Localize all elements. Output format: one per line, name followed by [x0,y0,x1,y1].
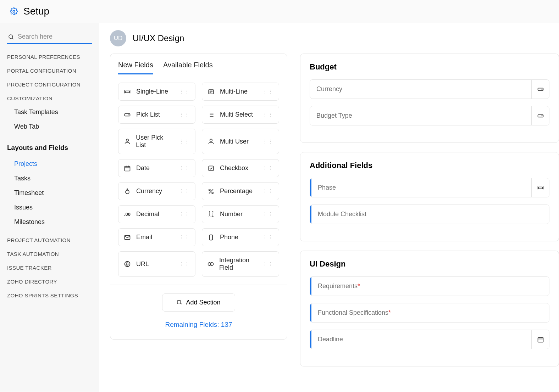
gear-icon [10,7,18,15]
field-tile-label: Phone [220,234,238,241]
field-tile-decimal[interactable]: .00 Decimal ⋮⋮ [118,205,195,223]
tab-new-fields[interactable]: New Fields [118,61,153,74]
drag-handle-icon[interactable]: ⋮⋮ [179,140,190,143]
topbar: Setup [0,0,559,23]
sidebar-group[interactable]: ZOHO DIRECTORY [7,279,92,285]
layout-field[interactable]: Deadline [310,330,549,349]
avatar: UD [110,30,126,46]
layout-field[interactable]: Requirements* [310,276,549,296]
sidebar-group[interactable]: PORTAL CONFIGURATION [7,68,92,74]
field-tile-checkbox[interactable]: Checkbox ⋮⋮ [202,159,279,177]
picklist-icon [531,80,549,99]
section-additional-fields: Additional Fields Phase Module Checklist [300,152,559,241]
sidebar-item-issues[interactable]: Issues [7,200,92,215]
percent-icon [207,188,215,195]
drag-handle-icon[interactable]: ⋮⋮ [179,236,190,239]
layout-field[interactable]: Phase [310,178,549,197]
field-tile-email[interactable]: Email ⋮⋮ [118,228,195,246]
sidebar-subheading-layouts[interactable]: Layouts and Fields [7,144,92,152]
svg-point-9 [126,190,129,194]
sidebar-item-web-tab[interactable]: Web Tab [7,119,92,134]
field-tile-multi-line[interactable]: Multi-Line ⋮⋮ [202,83,279,101]
layout-title: UI/UX Design [133,33,184,43]
sidebar-group[interactable]: PERSONAL PREFERENCES [7,54,92,60]
drag-handle-icon[interactable]: ⋮⋮ [179,167,190,169]
sidebar-item-projects[interactable]: Projects [7,157,92,171]
user-icon [207,138,215,145]
drag-handle-icon[interactable]: ⋮⋮ [179,213,190,215]
drag-handle-icon[interactable]: ⋮⋮ [262,140,274,143]
drag-handle-icon[interactable]: ⋮⋮ [262,213,274,215]
svg-point-6 [210,139,212,141]
layout-field[interactable]: Budget Type [310,106,549,125]
url-icon [123,261,131,268]
date-icon [531,330,549,349]
field-tile-label: Multi-Line [220,88,248,95]
singleline-icon [123,88,131,95]
sidebar-group[interactable]: PROJECT CONFIGURATION [7,82,92,88]
field-tile-pick-list[interactable]: Pick List ⋮⋮ [118,106,195,124]
field-tile-label: Number [220,211,243,218]
field-tile-integration-field[interactable]: Integration Field ⋮⋮ [202,251,279,277]
page-title: Setup [23,6,49,17]
section-title: Additional Fields [310,161,549,170]
field-tile-label: Percentage [220,187,253,195]
layout-field-label: Currency [310,80,531,99]
svg-rect-2 [125,91,129,93]
search-input[interactable] [18,33,91,40]
sidebar-group[interactable]: TASK AUTOMATION [7,251,92,257]
field-tile-currency[interactable]: Currency ⋮⋮ [118,182,195,200]
field-tile-number[interactable]: 1 23 4 Number ⋮⋮ [202,205,279,223]
field-tile-label: Multi Select [220,111,253,118]
field-tile-multi-select[interactable]: Multi Select ⋮⋮ [202,106,279,124]
sidebar: PERSONAL PREFERENCES PORTAL CONFIGURATIO… [0,23,99,392]
svg-rect-7 [125,166,130,171]
layout-field-label: Phase [311,178,531,197]
layout-field[interactable]: Module Checklist [310,205,549,224]
email-icon [123,234,131,241]
field-tile-multi-user[interactable]: Multi User ⋮⋮ [202,129,279,154]
field-tile-url[interactable]: URL ⋮⋮ [118,251,195,277]
layout-field-label: Budget Type [310,106,531,125]
drag-handle-icon[interactable]: ⋮⋮ [262,113,274,116]
sidebar-item-task-templates[interactable]: Task Templates [7,105,92,119]
integration-icon [207,261,214,268]
field-tile-label: Currency [136,187,162,195]
drag-handle-icon[interactable]: ⋮⋮ [262,167,274,169]
drag-handle-icon[interactable]: ⋮⋮ [179,190,190,192]
main: UD UI/UX Design New Fields Available Fie… [99,23,559,392]
remaining-fields: Remaining Fields: 137 [118,321,279,329]
drag-handle-icon[interactable]: ⋮⋮ [262,236,274,239]
field-tile-percentage[interactable]: Percentage ⋮⋮ [202,182,279,200]
sidebar-item-timesheet[interactable]: Timesheet [7,186,92,200]
layout-field[interactable]: Functional Specifications* [310,303,549,323]
search-wrap[interactable] [7,32,92,44]
field-tile-phone[interactable]: Phone ⋮⋮ [202,228,279,246]
drag-handle-icon[interactable]: ⋮⋮ [262,90,274,93]
drag-handle-icon[interactable]: ⋮⋮ [179,90,190,93]
svg-rect-17 [177,301,181,304]
tab-available-fields[interactable]: Available Fields [163,61,213,74]
sidebar-item-milestones[interactable]: Milestones [7,215,92,229]
field-tile-single-line[interactable]: Single-Line ⋮⋮ [118,83,195,101]
drag-handle-icon[interactable]: ⋮⋮ [262,190,274,192]
field-tile-user-pick-list[interactable]: User Pick List ⋮⋮ [118,129,195,154]
sidebar-group[interactable]: ISSUE TRACKER [7,265,92,271]
decimal-icon: .00 [123,212,131,217]
field-tile-label: Date [136,164,150,172]
sidebar-group[interactable]: ZOHO SPRINTS SETTINGS [7,292,92,298]
required-marker: * [358,282,360,290]
field-tile-date[interactable]: Date ⋮⋮ [118,159,195,177]
drag-handle-icon[interactable]: ⋮⋮ [179,113,190,116]
drag-handle-icon[interactable]: ⋮⋮ [179,263,190,265]
layout-field-label: Requirements* [311,277,549,296]
sidebar-group[interactable]: CUSTOMIZATION [7,95,92,101]
sidebar-item-tasks[interactable]: Tasks [7,171,92,186]
sidebar-group[interactable]: PROJECT AUTOMATION [7,237,92,243]
field-tile-label: Single-Line [136,88,168,95]
drag-handle-icon[interactable]: ⋮⋮ [262,263,274,265]
add-section-button[interactable]: Add Section [162,293,235,312]
currency-icon [123,188,131,195]
phone-icon [207,234,215,241]
layout-field[interactable]: Currency [310,79,549,99]
